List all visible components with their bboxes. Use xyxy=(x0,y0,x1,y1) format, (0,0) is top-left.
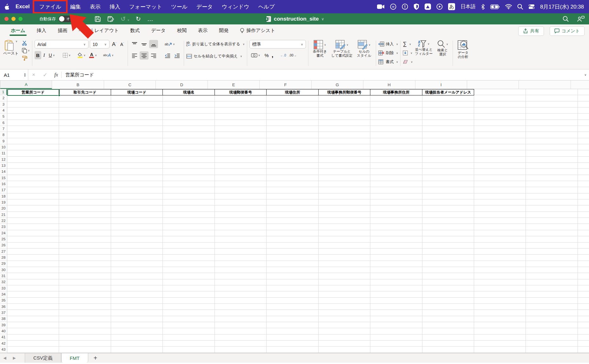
format-as-table-button[interactable]: ∨ テーブルとして書式設定 xyxy=(329,40,355,68)
add-sheet-button[interactable]: + xyxy=(88,353,103,363)
menu-item[interactable]: データ xyxy=(192,3,217,10)
cancel-entry-icon[interactable]: × xyxy=(28,72,39,78)
phonetic-guide-button[interactable]: abcA∨ xyxy=(102,51,115,59)
header-cell-D1[interactable]: 現場名 xyxy=(163,89,215,95)
row-header-17[interactable]: 17 xyxy=(0,187,7,193)
column-header-H[interactable]: H xyxy=(363,81,415,89)
header-cell-B1[interactable]: 取引先コード xyxy=(59,89,111,95)
align-middle-icon[interactable] xyxy=(140,40,149,48)
ribbon-tab[interactable]: 描画 xyxy=(57,24,68,37)
font-size-select[interactable]: 10∨ xyxy=(90,40,109,49)
column-header-E[interactable]: E xyxy=(208,81,260,89)
row-header-10[interactable]: 10 xyxy=(0,144,7,150)
row-header-40[interactable]: 40 xyxy=(0,328,7,334)
fill-button[interactable]: ∨ xyxy=(403,49,413,57)
search-icon[interactable] xyxy=(563,16,569,22)
cell-styles-button[interactable]: ∨ セルのスタイル xyxy=(355,40,374,68)
window-close-button[interactable] xyxy=(4,17,9,21)
shrink-font-button[interactable]: Aˇ xyxy=(119,42,125,47)
sort-filter-button[interactable]: AZ ∨ 並べ替えとフィルター xyxy=(413,40,435,56)
apple-logo-icon[interactable] xyxy=(4,3,10,10)
column-header-C[interactable]: C xyxy=(104,81,156,89)
menu-item[interactable]: 表示 xyxy=(85,3,105,10)
comma-style-button[interactable]: , xyxy=(272,52,273,59)
row-header-5[interactable]: 5 xyxy=(0,114,7,120)
column-header[interactable] xyxy=(519,81,571,89)
more-toolbar-icon[interactable]: … xyxy=(147,16,154,23)
row-header-34[interactable]: 34 xyxy=(0,291,7,297)
prev-sheet-button[interactable]: ◀ xyxy=(0,353,10,363)
autosum-button[interactable]: ∑∨ xyxy=(403,40,413,48)
menu-item[interactable]: フォーマット xyxy=(125,3,167,10)
header-cell-C1[interactable]: 現場コード xyxy=(111,89,163,95)
row-header-14[interactable]: 14 xyxy=(0,169,7,175)
triangle-app-icon[interactable] xyxy=(425,3,431,10)
row-header-21[interactable]: 21 xyxy=(0,212,7,218)
document-title[interactable]: construction_site xyxy=(274,16,319,22)
fill-color-button[interactable]: ∨ xyxy=(76,51,87,59)
row-header-43[interactable]: 43 xyxy=(0,347,7,353)
column-header[interactable] xyxy=(571,81,589,89)
align-left-icon[interactable] xyxy=(130,51,139,60)
row-header-37[interactable]: 37 xyxy=(0,310,7,316)
row-header-30[interactable]: 30 xyxy=(0,267,7,273)
battery-charging-icon[interactable] xyxy=(490,4,500,9)
sheet-tab-FMT[interactable]: FMT xyxy=(61,353,88,363)
share-user-icon[interactable] xyxy=(577,16,585,22)
row-header-12[interactable]: 12 xyxy=(0,157,7,163)
header-cell-H1[interactable]: 現場事務所住所 xyxy=(370,89,422,95)
bluetooth-icon[interactable] xyxy=(481,4,485,10)
row-header-31[interactable]: 31 xyxy=(0,273,7,279)
merge-center-button[interactable]: セルを結合して中央揃え∨ xyxy=(186,52,245,60)
menu-item[interactable]: ウィンドウ xyxy=(217,3,254,10)
menu-app-name[interactable]: Excel xyxy=(13,3,35,10)
ime-language-label[interactable]: 日本語 xyxy=(460,3,476,10)
share-button[interactable]: 共有 xyxy=(518,26,544,36)
row-header-41[interactable]: 41 xyxy=(0,334,7,340)
font-color-button[interactable]: A∨ xyxy=(88,51,98,59)
row-header-15[interactable]: 15 xyxy=(0,175,7,181)
wrap-text-button[interactable]: abc↩ 折り返して全体を表示する∨ xyxy=(186,40,245,48)
ribbon-tab[interactable]: 開発 xyxy=(218,24,229,37)
window-zoom-button[interactable] xyxy=(18,17,23,21)
header-cell-G1[interactable]: 現場事務所郵便番号 xyxy=(319,89,370,95)
row-header-9[interactable]: 9 xyxy=(0,138,7,144)
shield-icon[interactable] xyxy=(414,3,419,10)
row-header-38[interactable]: 38 xyxy=(0,316,7,322)
italic-button[interactable]: I xyxy=(42,51,47,59)
row-header-11[interactable]: 11 xyxy=(0,150,7,156)
control-center-icon[interactable] xyxy=(528,4,535,9)
row-header-27[interactable]: 27 xyxy=(0,249,7,255)
row-header-28[interactable]: 28 xyxy=(0,255,7,261)
name-box-stepper[interactable]: ▲▼ xyxy=(24,73,28,77)
menu-item[interactable]: 編集 xyxy=(66,3,85,10)
undo-icon[interactable]: ↺ ∨ xyxy=(121,15,129,23)
align-bottom-icon[interactable] xyxy=(149,40,158,48)
ribbon-tab[interactable]: 挿入 xyxy=(36,24,47,37)
number-format-select[interactable]: 標準∨ xyxy=(249,40,306,49)
name-box[interactable]: A1 ▲▼ xyxy=(0,69,28,80)
cut-button[interactable] xyxy=(22,41,30,46)
formula-bar-value[interactable]: 営業所コード xyxy=(65,72,94,78)
row-header-25[interactable]: 25 xyxy=(0,236,7,242)
row-header-22[interactable]: 22 xyxy=(0,218,7,224)
video-camera-icon[interactable] xyxy=(377,4,385,9)
fill-handle[interactable] xyxy=(58,94,60,96)
borders-button[interactable]: ∨ xyxy=(61,51,72,59)
comment-button[interactable]: コメント xyxy=(550,26,585,36)
decrease-decimal-button[interactable]: .00→ xyxy=(289,54,297,57)
menu-item[interactable]: 挿入 xyxy=(105,3,125,10)
window-minimize-button[interactable] xyxy=(11,17,16,21)
row-header-2[interactable]: 2 xyxy=(0,95,7,101)
save-icon[interactable] xyxy=(95,16,101,22)
insert-function-icon[interactable]: fx xyxy=(51,72,61,78)
row-header-26[interactable]: 26 xyxy=(0,242,7,248)
align-right-icon[interactable] xyxy=(149,51,158,60)
delete-cells-button[interactable]: 削除∨ xyxy=(378,49,398,57)
row-header-6[interactable]: 6 xyxy=(0,120,7,126)
copy-button[interactable]: ∨ xyxy=(22,48,30,53)
row-header-19[interactable]: 19 xyxy=(0,199,7,205)
header-cell-E1[interactable]: 現場郵便番号 xyxy=(215,89,267,95)
decrease-indent-icon[interactable] xyxy=(163,51,172,60)
paste-button[interactable]: ∨ ペースト xyxy=(3,40,19,61)
